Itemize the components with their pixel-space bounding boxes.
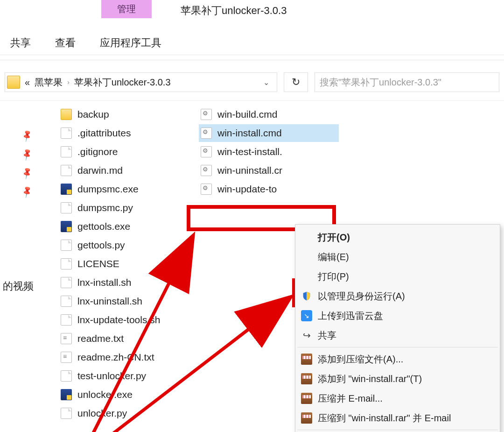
content-area: 📌 📌 📌 📌 的视频 backup.gitattributes.gitigno… xyxy=(0,101,504,422)
context-menu-item[interactable]: 添加到压缩文件(A)... xyxy=(295,349,500,369)
breadcrumb-overflow[interactable]: « xyxy=(25,77,30,88)
context-menu-label: 共享 xyxy=(318,329,336,342)
file-name: LICENSE xyxy=(77,258,119,269)
context-menu-item[interactable]: 编辑(E) xyxy=(295,247,500,267)
shield-icon xyxy=(301,290,312,302)
context-menu-item[interactable]: ↪共享 xyxy=(295,326,500,345)
file-name: gettools.py xyxy=(77,240,125,251)
ribbon-tabs: 共享 查看 应用程序工具 xyxy=(0,18,504,55)
breadcrumb-item-1[interactable]: 黑苹果 xyxy=(35,76,63,89)
file-item[interactable]: win-test-install. xyxy=(199,143,339,161)
ribbon-contextual-tab[interactable]: 管理 xyxy=(101,0,152,18)
sidebar-video-label[interactable]: 的视频 xyxy=(0,279,59,293)
file-name: lnx-uninstall.sh xyxy=(77,296,142,307)
file-item[interactable]: unlocker.exe xyxy=(59,386,198,404)
window-title: 苹果补丁unlocker-3.0.3 xyxy=(152,0,287,18)
file-name: test-unlocker.py xyxy=(77,370,146,382)
file-name: win-update-to xyxy=(217,184,277,195)
file-item[interactable]: backup xyxy=(59,106,198,123)
file-name: win-install.cmd xyxy=(217,127,282,139)
file-item[interactable]: darwin.md xyxy=(59,162,198,179)
file-item[interactable]: lnx-uninstall.sh xyxy=(59,292,198,310)
context-menu-label: 打开(O) xyxy=(318,231,350,244)
file-name: lnx-update-tools.sh xyxy=(77,314,160,326)
file-item[interactable]: gettools.exe xyxy=(59,218,198,235)
file-name: dumpsmc.exe xyxy=(77,184,139,195)
file-icon xyxy=(61,240,72,251)
file-name: gettools.exe xyxy=(77,221,130,232)
context-menu-label: 上传到迅雷云盘 xyxy=(318,310,383,322)
search-input[interactable]: 搜索"苹果补丁unlocker-3.0.3" xyxy=(315,72,499,92)
context-menu-item[interactable]: 添加到 "win-install.rar"(T) xyxy=(295,369,500,389)
tab-view[interactable]: 查看 xyxy=(55,36,76,50)
file-item[interactable]: gettools.py xyxy=(59,236,198,254)
file-item[interactable]: win-uninstall.cr xyxy=(199,162,339,179)
tab-apptools[interactable]: 应用程序工具 xyxy=(100,36,161,50)
file-list-column-1: backup.gitattributes.gitignoredarwin.mdd… xyxy=(59,103,198,422)
refresh-button[interactable]: ↻ xyxy=(284,72,308,92)
file-name: win-test-install. xyxy=(217,146,282,157)
exe-icon xyxy=(61,184,72,195)
file-name: dumpsmc.py xyxy=(77,202,133,213)
file-item[interactable]: lnx-update-tools.sh xyxy=(59,311,198,329)
xunlei-icon: ↘ xyxy=(301,310,312,321)
context-menu-item[interactable]: 压缩到 "win-install.rar" 并 E-mail xyxy=(295,408,500,428)
context-menu-separator xyxy=(297,347,498,347)
file-icon xyxy=(61,277,72,288)
file-icon xyxy=(61,258,72,269)
file-icon xyxy=(61,146,72,157)
context-menu: 打开(O)编辑(E)打印(P)以管理员身份运行(A)↘上传到迅雷云盘↪共享添加到… xyxy=(295,224,500,432)
file-icon xyxy=(61,202,72,213)
file-item[interactable]: win-update-to xyxy=(199,180,339,198)
file-item[interactable]: dumpsmc.exe xyxy=(59,180,198,198)
file-item[interactable]: win-install.cmd xyxy=(199,124,339,142)
context-menu-separator xyxy=(297,430,498,430)
file-item[interactable]: .gitattributes xyxy=(59,124,198,142)
context-menu-label: 压缩并 E-mail... xyxy=(318,392,383,405)
cmd-icon xyxy=(201,165,212,176)
context-menu-label: 添加到压缩文件(A)... xyxy=(318,353,403,366)
file-name: backup xyxy=(77,109,109,120)
address-dropdown-icon[interactable]: ⌄ xyxy=(259,78,273,87)
tab-share[interactable]: 共享 xyxy=(10,36,31,50)
context-menu-item[interactable]: 压缩并 E-mail... xyxy=(295,389,500,408)
breadcrumb[interactable]: « 黑苹果 › 苹果补丁unlocker-3.0.3 xyxy=(20,76,259,89)
context-menu-label: 压缩到 "win-install.rar" 并 E-mail xyxy=(318,412,451,425)
file-item[interactable]: test-unlocker.py xyxy=(59,367,198,385)
file-item[interactable]: .gitignore xyxy=(59,143,198,161)
file-icon xyxy=(61,165,72,176)
context-menu-item[interactable]: 以管理员身份运行(A) xyxy=(295,286,500,306)
file-name: win-build.cmd xyxy=(217,109,277,120)
context-menu-item[interactable]: 打印(P) xyxy=(295,267,500,286)
share-icon: ↪ xyxy=(301,330,312,341)
file-item[interactable]: win-build.cmd xyxy=(199,106,339,123)
file-icon xyxy=(61,127,72,139)
context-menu-item[interactable]: 打开(O) xyxy=(295,227,500,247)
cmd-icon xyxy=(201,184,212,195)
breadcrumb-item-2[interactable]: 苹果补丁unlocker-3.0.3 xyxy=(74,76,171,89)
address-bar[interactable]: « 黑苹果 › 苹果补丁unlocker-3.0.3 ⌄ xyxy=(5,72,277,92)
txt-icon xyxy=(61,333,72,344)
archive-icon xyxy=(301,412,312,424)
context-menu-label: 以管理员身份运行(A) xyxy=(318,290,405,303)
file-item[interactable]: LICENSE xyxy=(59,255,198,273)
context-menu-label: 编辑(E) xyxy=(318,251,349,263)
file-icon xyxy=(61,296,72,307)
file-name: readme.zh-CN.txt xyxy=(77,352,154,363)
cmd-icon xyxy=(201,127,212,139)
exe-icon xyxy=(61,389,72,400)
archive-icon xyxy=(301,393,312,404)
context-menu-item[interactable]: ↘上传到迅雷云盘 xyxy=(295,306,500,326)
file-item[interactable]: lnx-install.sh xyxy=(59,274,198,291)
context-menu-label: 添加到 "win-install.rar"(T) xyxy=(318,373,422,385)
file-item[interactable]: readme.txt xyxy=(59,330,198,347)
quick-access-column: 📌 📌 📌 📌 的视频 xyxy=(0,103,59,422)
file-name: .gitattributes xyxy=(77,127,131,139)
cmd-icon xyxy=(201,109,212,120)
exe-icon xyxy=(61,221,72,232)
file-item[interactable]: unlocker.py xyxy=(59,404,198,422)
file-item[interactable]: readme.zh-CN.txt xyxy=(59,348,198,366)
file-item[interactable]: dumpsmc.py xyxy=(59,199,198,217)
folder-icon xyxy=(61,109,72,120)
context-menu-label: 打印(P) xyxy=(318,270,349,283)
